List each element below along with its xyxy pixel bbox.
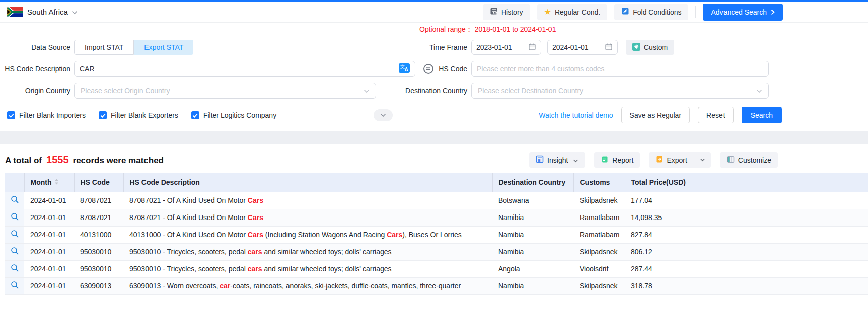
magnifier-icon[interactable] (11, 212, 19, 221)
destination-country-cell: Namibia (492, 243, 573, 260)
month-cell: 2024-01-01 (24, 209, 74, 226)
customs-cell: Vioolsdrif (573, 260, 625, 277)
hs-code-cell: 40131000 (74, 226, 123, 243)
magnifier-icon[interactable] (11, 230, 19, 238)
customs-cell: Skilpadsnek (573, 192, 625, 209)
checkbox-checked-icon (7, 111, 15, 119)
keyword-highlight: Cars (248, 231, 263, 239)
tutorial-demo-link[interactable]: Watch the tutorial demo (539, 111, 613, 119)
hs-description-cell: 40131000 - Of A Kind Used On Motor Cars … (123, 226, 492, 243)
month-cell: 2024-01-01 (24, 260, 74, 277)
hs-code-field[interactable] (477, 65, 763, 73)
custom-range-button[interactable]: Custom (626, 40, 674, 55)
results-header: A total of 1555 records were matched BI … (0, 144, 868, 173)
history-label: History (501, 8, 523, 16)
destination-country-cell: Namibia (492, 277, 573, 294)
date-from-field[interactable] (476, 43, 525, 51)
row-detail-cell (5, 243, 24, 260)
month-header-label: Month (31, 178, 52, 186)
hs-code-input[interactable] (471, 61, 769, 77)
export-dropdown-toggle[interactable] (694, 152, 711, 168)
filter-blank-importers-checkbox[interactable]: Filter Blank Importers (7, 111, 86, 119)
search-form: Optional range： 2018-01-01 to 2024-01-01… (0, 23, 868, 123)
destination-country-label: Destination Country (419, 87, 467, 95)
advanced-search-label: Advanced Search (711, 8, 767, 16)
data-source-export-stat[interactable]: Export STAT (134, 40, 193, 55)
hs-description-cell: 63090013 - Worn overcoats, car-coats, ra… (123, 277, 492, 294)
report-button[interactable]: Report (594, 152, 640, 168)
origin-country-select[interactable]: Please select Origin Country (74, 83, 376, 99)
results-table: Month HS Code HS Code Description Destin… (5, 173, 868, 295)
table-row: 2024-01-014013100040131000 - Of A Kind U… (5, 226, 868, 243)
export-icon (655, 155, 663, 165)
destination-country-placeholder: Please select Destination Country (478, 87, 756, 95)
regular-cond-label: Regular Cond. (555, 8, 600, 16)
filter-logitics-company-checkbox[interactable]: Filter Logitics Company (191, 111, 276, 119)
save-as-regular-button[interactable]: Save as Regular (621, 107, 690, 123)
magnifier-icon[interactable] (11, 247, 19, 255)
time-frame-to-input[interactable] (547, 40, 618, 55)
table-row: 2024-01-019503001095030010 - Tricycles, … (5, 260, 868, 277)
total-price-cell: 827.84 (625, 226, 868, 243)
origin-country-label: Origin Country (0, 87, 70, 95)
hs-description-cell: 95030010 - Tricycles, scooters, pedal ca… (123, 243, 492, 260)
table-row: 2024-01-018708702187087021 - Of A Kind U… (5, 192, 868, 209)
data-source-import-stat[interactable]: Import STAT (74, 40, 134, 55)
optional-range-text: Optional range： 2018-01-01 to 2024-01-01 (419, 25, 769, 34)
destination-country-select[interactable]: Please select Destination Country (471, 83, 769, 99)
data-source-label: Data Source (0, 43, 70, 51)
svg-text:BI: BI (538, 159, 542, 162)
export-button[interactable]: Export (649, 152, 693, 168)
table-row: 2024-01-019503001095030010 - Tricycles, … (5, 243, 868, 260)
filter-blank-exporters-checkbox[interactable]: Filter Blank Exporters (99, 111, 178, 119)
search-button[interactable]: Search (742, 107, 782, 123)
calendar-icon (528, 43, 536, 52)
filter-blank-importers-label: Filter Blank Importers (19, 111, 86, 119)
keyword-highlight: Cars (387, 231, 402, 239)
translate-icon[interactable]: 文 A (399, 63, 410, 74)
origin-country-placeholder: Please select Origin Country (81, 87, 364, 95)
total-suffix: records were matched (73, 156, 164, 166)
total-price-cell: 177.04 (625, 192, 868, 209)
total-prefix: A total of (5, 156, 42, 166)
hs-description-field[interactable] (80, 65, 399, 73)
collapse-conditions-toggle[interactable] (374, 109, 393, 121)
checkbox-checked-icon (99, 111, 107, 119)
fold-conditions-label: Fold Conditions (633, 8, 681, 16)
hs-description-input[interactable]: 文 A (74, 61, 415, 77)
keyword-highlight: cars (248, 265, 262, 273)
hs-code-cell: 63090013 (74, 277, 123, 294)
time-frame-from-input[interactable] (471, 40, 541, 55)
destination-country-cell: Namibia (492, 226, 573, 243)
insight-button[interactable]: BI Insight (529, 152, 585, 168)
history-button[interactable]: History (483, 4, 530, 20)
magnifier-icon[interactable] (11, 281, 19, 289)
customize-label: Customize (738, 156, 771, 164)
export-split-button: Export (649, 152, 710, 168)
date-to-field[interactable] (552, 43, 602, 51)
magnifier-icon[interactable] (11, 264, 19, 272)
country-selector[interactable]: South Africa (7, 7, 78, 17)
hs-description-cell: 87087021 - Of A Kind Used On Motor Cars (123, 209, 492, 226)
chevron-down-icon (756, 87, 762, 95)
sort-carets-icon[interactable] (54, 178, 59, 186)
magnifier-icon[interactable] (11, 195, 19, 204)
top-bar: South Africa History ★ Regular Cond. (0, 2, 868, 23)
insight-label: Insight (547, 156, 568, 164)
hs-code-cell: 95030010 (74, 260, 123, 277)
customs-column-header: Customs (573, 173, 625, 192)
search-options-icon[interactable] (422, 63, 435, 76)
month-cell: 2024-01-01 (24, 226, 74, 243)
time-frame-label: Time Frame (419, 43, 467, 51)
regular-cond-button[interactable]: ★ Regular Cond. (537, 4, 608, 20)
customs-cell: Ramatlabam (573, 209, 625, 226)
filter-blank-exporters-label: Filter Blank Exporters (111, 111, 178, 119)
fold-conditions-button[interactable]: Fold Conditions (614, 4, 688, 20)
keyword-highlight: cars (248, 248, 262, 256)
reset-button[interactable]: Reset (698, 107, 734, 123)
month-cell: 2024-01-01 (24, 192, 74, 209)
customize-button[interactable]: Customize (720, 152, 778, 168)
total-price-cell: 14,098.35 (625, 209, 868, 226)
advanced-search-button[interactable]: Advanced Search (703, 4, 783, 21)
row-detail-cell (5, 277, 24, 294)
